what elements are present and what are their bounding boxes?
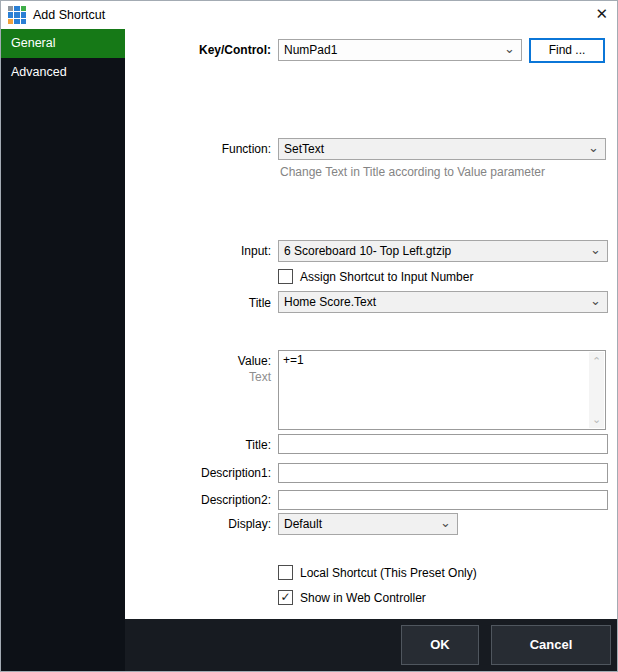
sidebar: General Advanced xyxy=(1,29,125,671)
local-shortcut-label: Local Shortcut (This Preset Only) xyxy=(300,566,477,580)
value-field: +=1 ⌃ ⌄ xyxy=(278,350,606,430)
key-control-label: Key/Control: xyxy=(123,43,271,57)
value-text-sublabel: Text xyxy=(123,370,271,384)
checkbox-mark: ✓ xyxy=(279,591,292,603)
description2-input[interactable] xyxy=(278,490,608,510)
value-textarea[interactable]: +=1 xyxy=(279,351,588,429)
key-control-select[interactable]: NumPad1 ⌄ xyxy=(278,39,522,61)
value-label: Value: xyxy=(123,354,271,368)
function-label: Function: xyxy=(123,142,271,156)
window-title: Add Shortcut xyxy=(33,8,105,22)
scroll-down-icon[interactable]: ⌄ xyxy=(589,413,604,425)
description1-input[interactable] xyxy=(278,463,608,483)
scrollbar[interactable]: ⌃ ⌄ xyxy=(589,352,604,428)
key-control-value: NumPad1 xyxy=(284,40,337,60)
local-shortcut-checkbox[interactable] xyxy=(278,565,293,580)
web-controller-label: Show in Web Controller xyxy=(300,591,426,605)
title-input[interactable] xyxy=(278,434,608,454)
tab-general[interactable]: General xyxy=(1,29,125,58)
web-controller-checkbox[interactable]: ✓ xyxy=(278,590,293,605)
cancel-button[interactable]: Cancel xyxy=(491,625,611,665)
app-icon xyxy=(8,6,26,24)
scroll-up-icon[interactable]: ⌃ xyxy=(589,355,604,367)
display-label: Display: xyxy=(123,517,271,531)
assign-input-number-label: Assign Shortcut to Input Number xyxy=(300,270,473,284)
function-select[interactable]: SetText ⌄ xyxy=(278,138,606,160)
chevron-down-icon: ⌄ xyxy=(440,513,451,533)
tab-advanced[interactable]: Advanced xyxy=(1,58,125,87)
title-bar: Add Shortcut ✕ xyxy=(1,1,617,29)
title-select-value: Home Score.Text xyxy=(284,292,376,312)
ok-button[interactable]: OK xyxy=(401,625,479,665)
assign-input-number-checkbox[interactable] xyxy=(278,269,293,284)
display-value: Default xyxy=(284,514,322,534)
function-hint: Change Text in Title according to Value … xyxy=(280,165,545,179)
title-select[interactable]: Home Score.Text ⌄ xyxy=(278,291,608,313)
input-label: Input: xyxy=(123,244,271,258)
chevron-down-icon: ⌄ xyxy=(590,240,601,260)
title-input-label: Title: xyxy=(123,438,271,452)
function-value: SetText xyxy=(284,139,324,159)
chevron-down-icon: ⌄ xyxy=(504,39,515,59)
add-shortcut-dialog: Add Shortcut ✕ General Advanced Key/Cont… xyxy=(0,0,618,672)
chevron-down-icon: ⌄ xyxy=(588,138,599,158)
find-button[interactable]: Find ... xyxy=(529,38,605,63)
input-select[interactable]: 6 Scoreboard 10- Top Left.gtzip ⌄ xyxy=(278,240,608,262)
title-select-label: Title xyxy=(123,296,271,310)
chevron-down-icon: ⌄ xyxy=(590,291,601,311)
description1-label: Description1: xyxy=(123,466,271,480)
close-icon[interactable]: ✕ xyxy=(595,5,608,23)
display-select[interactable]: Default ⌄ xyxy=(278,513,458,535)
description2-label: Description2: xyxy=(123,493,271,507)
input-value: 6 Scoreboard 10- Top Left.gtzip xyxy=(284,241,451,261)
